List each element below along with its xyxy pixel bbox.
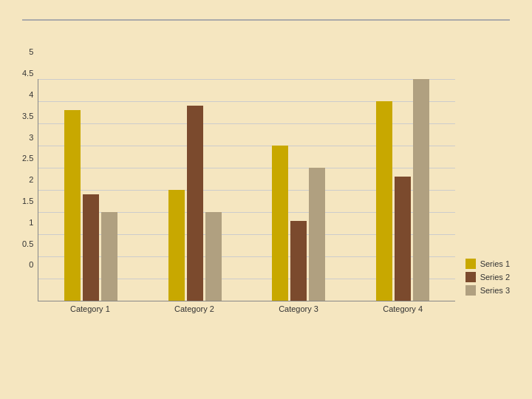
- legend-item: Series 3: [466, 285, 510, 296]
- chart-area: 54.543.532.521.510.50 Category 1Category…: [22, 47, 510, 313]
- bar: [413, 79, 429, 301]
- legend-item: Series 2: [466, 272, 510, 282]
- chart-plot: [38, 79, 454, 301]
- legend-color-box: [466, 272, 476, 282]
- x-label: Category 2: [142, 301, 246, 313]
- x-label: Category 3: [246, 301, 350, 313]
- bar: [376, 101, 392, 301]
- category-group: [247, 146, 351, 301]
- bar: [187, 106, 203, 301]
- page: 54.543.532.521.510.50 Category 1Category…: [0, 0, 532, 399]
- legend-item: Series 1: [466, 259, 510, 269]
- category-group: [38, 110, 143, 301]
- y-label: 4: [29, 90, 33, 99]
- bar: [168, 190, 185, 301]
- bar: [101, 212, 117, 301]
- legend-label: Series 2: [480, 273, 510, 282]
- subtitle: [22, 27, 510, 37]
- bar: [205, 212, 222, 301]
- bar: [272, 146, 288, 301]
- x-label: Category 4: [351, 301, 455, 313]
- y-label: 3.5: [22, 112, 33, 120]
- x-axis: Category 1Category 2Category 3Category 4: [38, 301, 454, 313]
- y-label: 2: [29, 175, 33, 184]
- y-label: 2.5: [22, 154, 33, 163]
- chart-and-xaxis: Category 1Category 2Category 3Category 4: [38, 79, 454, 313]
- y-label: 0.5: [22, 239, 33, 248]
- y-label: 4.5: [22, 69, 33, 78]
- y-label: 5: [29, 47, 33, 56]
- category-group: [351, 79, 455, 301]
- legend-label: Series 3: [480, 286, 510, 295]
- bar: [309, 168, 325, 301]
- x-label: Category 1: [38, 301, 142, 313]
- bar: [290, 221, 307, 301]
- legend-color-box: [466, 259, 476, 269]
- y-label: 1.5: [22, 197, 33, 205]
- legend-label: Series 1: [480, 259, 510, 268]
- y-label: 3: [29, 133, 33, 142]
- y-label: 1: [29, 218, 33, 227]
- bar: [395, 177, 411, 301]
- category-group: [143, 106, 247, 301]
- bar: [83, 194, 99, 301]
- bar: [64, 110, 81, 301]
- page-title: [22, 15, 510, 21]
- y-label: 0: [29, 260, 33, 269]
- legend-area: Series 1Series 2Series 3: [455, 259, 510, 313]
- y-axis: 54.543.532.521.510.50: [22, 47, 38, 269]
- legend-color-box: [466, 285, 476, 296]
